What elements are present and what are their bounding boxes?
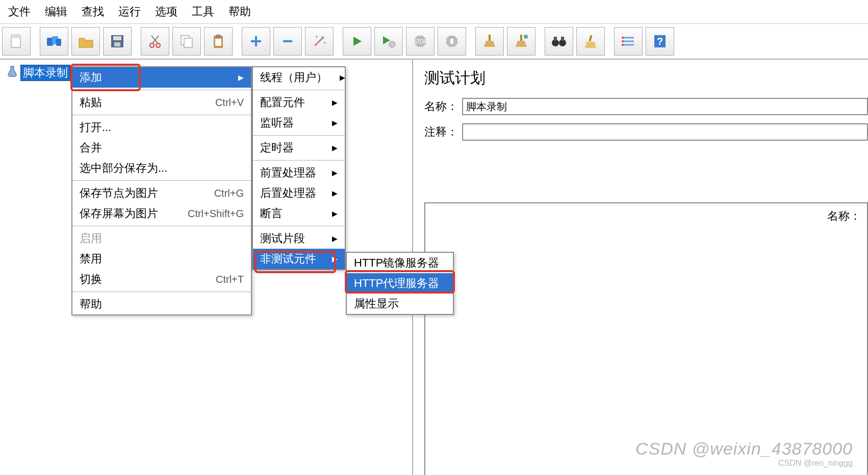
menu-run[interactable]: 运行: [111, 2, 148, 21]
ctx-main-item-6[interactable]: 选中部分保存为...: [72, 158, 251, 178]
help-icon[interactable]: ?: [646, 27, 674, 56]
svg-point-9: [156, 43, 160, 47]
cut-icon[interactable]: [141, 27, 169, 56]
watermark: CSDN @weixin_43878000 CSDN @ren_ninggg: [635, 439, 853, 468]
svg-point-40: [622, 37, 624, 39]
wand-icon[interactable]: [305, 27, 334, 56]
svg-point-23: [324, 42, 326, 44]
svg-rect-1: [11, 35, 20, 38]
ctx-main-item-13[interactable]: 切换Ctrl+T: [72, 269, 251, 289]
ctx-add-item-5[interactable]: 定时器▶: [253, 138, 345, 158]
ctx-main-item-9[interactable]: 保存屏幕为图片Ctrl+Shift+G: [72, 203, 251, 224]
menu-edit[interactable]: 编辑: [38, 2, 74, 21]
variables-box: 名称：: [424, 202, 868, 475]
ctx-main-item-0[interactable]: 添加▶: [72, 67, 251, 88]
ctx-add-item-0[interactable]: 线程（用户）▶: [253, 67, 345, 88]
svg-rect-30: [520, 35, 522, 41]
ctx-main-item-12[interactable]: 禁用: [72, 249, 251, 269]
shutdown-icon[interactable]: [438, 27, 466, 56]
menu-help[interactable]: 帮助: [221, 2, 258, 21]
play-noTimers-icon[interactable]: [374, 27, 403, 56]
var-name-label: 名称：: [827, 208, 861, 224]
ctx-main-item-2[interactable]: 粘贴Ctrl+V: [72, 92, 251, 113]
minus-icon[interactable]: [273, 27, 302, 56]
binoculars-icon[interactable]: [545, 27, 573, 56]
name-label: 名称：: [424, 99, 462, 114]
ctx-add-item-3[interactable]: 监听器▶: [253, 113, 345, 133]
svg-rect-35: [561, 37, 564, 41]
context-menu-main: 添加▶粘贴Ctrl+V打开...合并选中部分保存为...保存节点为图片Ctrl+…: [71, 66, 252, 315]
ctx-add-item-9[interactable]: 断言▶: [253, 203, 345, 224]
menubar: 文件 编辑 查找 运行 选项 工具 帮助: [0, 0, 868, 23]
stop-icon[interactable]: STOP: [406, 27, 435, 56]
clean-icon[interactable]: [576, 27, 605, 56]
name-field[interactable]: [462, 98, 868, 115]
svg-rect-13: [184, 38, 192, 47]
copy-icon[interactable]: [172, 27, 201, 56]
svg-text:?: ?: [657, 36, 663, 47]
svg-line-20: [315, 38, 323, 46]
svg-point-21: [321, 36, 324, 39]
right-panel: 测试计划 名称： 注释： 名称：: [413, 60, 868, 475]
ctx-add-item-2[interactable]: 配置元件▶: [253, 92, 345, 113]
menu-options[interactable]: 选项: [148, 2, 185, 21]
paste-icon[interactable]: [204, 27, 233, 56]
ctx-nontest-item-2[interactable]: 属性显示: [347, 294, 453, 314]
context-submenu-add: 线程（用户）▶配置元件▶监听器▶定时器▶前置处理器▶后置处理器▶断言▶测试片段▶…: [252, 66, 346, 270]
play-icon[interactable]: [343, 27, 371, 56]
plus-icon[interactable]: [242, 27, 270, 56]
ctx-main-item-11: 启用: [72, 228, 251, 249]
svg-rect-7: [114, 42, 120, 46]
menu-find[interactable]: 查找: [74, 2, 111, 21]
ctx-add-item-11[interactable]: 测试片段▶: [253, 228, 345, 249]
svg-point-22: [316, 36, 318, 38]
context-submenu-nontest: HTTP镜像服务器HTTP代理服务器属性显示: [346, 252, 454, 315]
svg-point-24: [389, 41, 395, 47]
svg-rect-16: [215, 39, 221, 46]
svg-rect-6: [113, 36, 121, 40]
ctx-main-item-4[interactable]: 打开...: [72, 117, 251, 138]
broom2-icon[interactable]: [507, 27, 535, 56]
svg-rect-15: [216, 35, 221, 38]
ctx-main-item-8[interactable]: 保存节点为图片Ctrl+G: [72, 183, 251, 203]
ctx-add-item-8[interactable]: 后置处理器▶: [253, 183, 345, 203]
svg-rect-28: [450, 39, 453, 44]
menu-file[interactable]: 文件: [1, 2, 38, 21]
save-icon[interactable]: [103, 27, 132, 56]
svg-rect-34: [554, 37, 557, 41]
ctx-main-item-15[interactable]: 帮助: [72, 294, 251, 314]
toolbar: STOP ?: [0, 23, 868, 60]
svg-text:STOP: STOP: [413, 39, 427, 44]
open-icon[interactable]: [71, 27, 100, 56]
ctx-nontest-item-1[interactable]: HTTP代理服务器: [347, 273, 453, 294]
templates-icon[interactable]: [40, 27, 68, 56]
ctx-add-item-12[interactable]: 非测试元件▶: [253, 249, 345, 269]
function-helper-icon[interactable]: [614, 27, 643, 56]
svg-rect-4: [56, 39, 61, 46]
svg-point-42: [622, 44, 624, 46]
panel-title: 测试计划: [424, 68, 868, 89]
comment-label: 注释：: [424, 124, 462, 140]
new-icon[interactable]: [2, 27, 31, 56]
tree-root-label: 脚本录制: [20, 65, 70, 81]
svg-point-41: [622, 40, 624, 42]
menu-tools[interactable]: 工具: [185, 2, 221, 21]
ctx-main-item-5[interactable]: 合并: [72, 138, 251, 158]
ctx-add-item-7[interactable]: 前置处理器▶: [253, 163, 345, 183]
test-plan-icon: [6, 65, 18, 81]
broom1-icon[interactable]: [475, 27, 504, 56]
ctx-nontest-item-0[interactable]: HTTP镜像服务器: [347, 253, 453, 273]
svg-point-8: [150, 43, 154, 47]
svg-point-31: [524, 35, 528, 39]
svg-rect-36: [589, 35, 593, 42]
comment-field[interactable]: [462, 123, 868, 141]
svg-rect-29: [489, 35, 491, 41]
